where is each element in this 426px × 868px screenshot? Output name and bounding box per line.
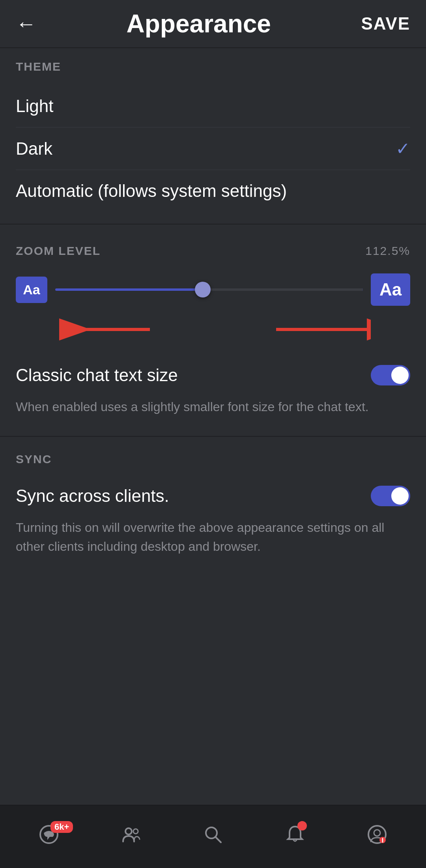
nav-item-notifications[interactable] [285,824,305,849]
header: ← Appearance SAVE [0,0,426,47]
nav-item-messages[interactable]: 6k+ [39,824,59,849]
theme-dark-label: Dark [16,139,52,159]
classic-chat-toggle[interactable] [371,365,410,385]
sync-label: Sync across clients. [16,486,169,506]
svg-point-5 [125,828,132,834]
svg-line-8 [215,837,221,842]
theme-option-dark[interactable]: Dark ✓ [16,127,410,170]
search-icon [203,824,223,849]
svg-point-10 [374,830,380,836]
sync-toggle-thumb [391,487,409,505]
profile-icon [367,824,387,849]
content-area: THEME Light Dark ✓ Automatic (follows sy… [0,48,426,805]
sync-section-label: SYNC [16,453,410,466]
theme-section-label: THEME [16,60,410,73]
sync-toggle[interactable] [371,486,410,506]
nav-item-profile[interactable] [367,824,387,849]
classic-chat-row: Classic chat text size [16,357,410,393]
zoom-arrows [16,318,410,341]
save-button[interactable]: SAVE [361,14,410,34]
zoom-decrease-button[interactable]: Aa [16,277,47,303]
sync-helper: Turning this on will overwrite the above… [16,514,410,568]
zoom-slider[interactable] [55,278,363,301]
friends-icon [121,824,141,849]
zoom-slider-row: Aa Aa [16,273,410,306]
theme-checkmark-icon: ✓ [396,138,410,159]
sync-section: SYNC Sync across clients. Turning this o… [0,437,426,576]
classic-chat-label: Classic chat text size [16,365,178,385]
zoom-header: ZOOM LEVEL 112.5% [16,244,410,258]
svg-point-13 [382,841,383,842]
zoom-section-label: ZOOM LEVEL [16,244,101,258]
theme-section: THEME Light Dark ✓ Automatic (follows sy… [0,48,426,224]
sync-row: Sync across clients. [16,478,410,514]
notifications-badge-dot [297,821,307,831]
toggle-thumb [391,367,409,384]
theme-light-label: Light [16,96,53,116]
zoom-section: ZOOM LEVEL 112.5% Aa Aa [0,224,426,436]
nav-item-friends[interactable] [121,824,141,849]
arrow-right-icon [276,318,371,341]
svg-point-6 [133,829,138,834]
slider-track [55,288,363,291]
zoom-value: 112.5% [365,244,410,258]
theme-option-light[interactable]: Light [16,85,410,127]
slider-thumb[interactable] [195,282,211,297]
theme-option-auto[interactable]: Automatic (follows system settings) [16,170,410,212]
classic-chat-helper: When enabled uses a slightly smaller fon… [16,393,410,428]
bottom-nav: 6k+ [0,805,426,868]
theme-auto-label: Automatic (follows system settings) [16,181,287,201]
page-title: Appearance [127,9,271,38]
slider-track-inactive [203,288,363,291]
arrow-left-icon [55,318,150,341]
back-button[interactable]: ← [16,12,36,36]
messages-badge: 6k+ [50,821,73,833]
zoom-increase-button[interactable]: Aa [371,273,410,306]
nav-item-search[interactable] [203,824,223,849]
